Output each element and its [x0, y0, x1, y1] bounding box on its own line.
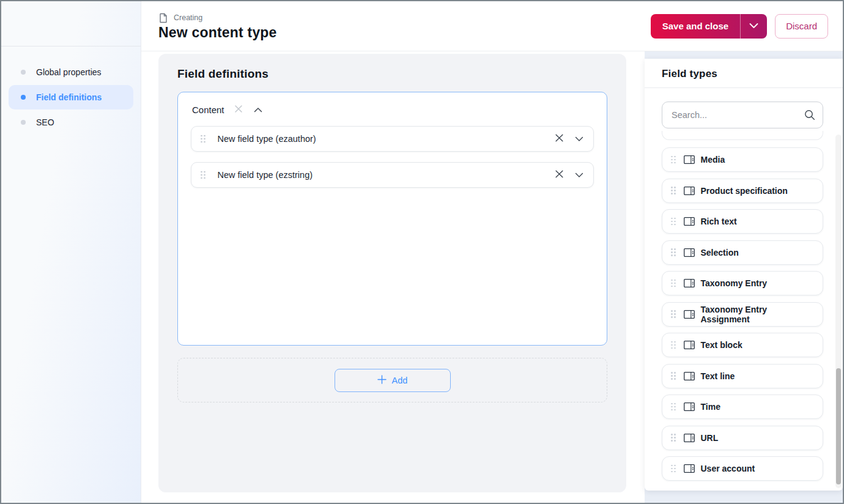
field-type-card[interactable]: Rich text [662, 209, 823, 234]
drag-handle-icon[interactable] [671, 434, 676, 442]
field-group-content: Content [177, 92, 607, 346]
field-types-body: Media Product specification [645, 88, 843, 491]
collapse-group-button[interactable] [253, 104, 264, 116]
field-type-icon [684, 402, 695, 411]
close-icon [234, 105, 243, 115]
sidebar-logo-area [1, 1, 141, 46]
chevron-down-icon [575, 135, 583, 144]
field-type-icon [684, 434, 695, 442]
field-definition-list: New field type (ezauthor) [191, 126, 594, 188]
bullet-icon [21, 70, 26, 75]
field-type-card[interactable]: Text line [662, 364, 823, 388]
add-button-label: Add [392, 376, 408, 385]
title-block: Creating New content type [158, 12, 277, 41]
field-type-card[interactable]: Selection [662, 240, 823, 265]
field-type-icon [684, 310, 695, 319]
remove-field-button[interactable] [553, 168, 565, 182]
field-definition-row[interactable]: New field type (ezauthor) [191, 126, 594, 152]
bullet-icon [21, 95, 26, 100]
drag-handle-icon[interactable] [671, 218, 676, 226]
sidebar-nav-item[interactable]: Field definitions [9, 85, 133, 109]
bullet-icon [21, 120, 26, 125]
drag-handle-icon[interactable] [671, 248, 676, 256]
field-group-label: Content [192, 105, 224, 115]
field-type-icon [684, 341, 695, 349]
drag-handle-icon[interactable] [671, 280, 676, 287]
scrollbar-track[interactable] [835, 135, 842, 488]
field-type-card[interactable]: Time [662, 395, 823, 419]
anchor-navigation: Global properties Field definitions SEO [1, 46, 141, 135]
field-type-card[interactable]: Text block [662, 333, 823, 357]
save-split-button: Save and close [651, 14, 767, 39]
expand-field-button[interactable] [574, 133, 585, 145]
field-type-label: Time [701, 402, 720, 412]
field-type-icon [684, 248, 695, 257]
drag-handle-icon[interactable] [671, 187, 676, 195]
app-window: Global properties Field definitions SEO [0, 0, 844, 504]
chevron-up-icon [254, 105, 262, 114]
field-type-card[interactable]: Media [662, 147, 823, 172]
remove-group-button[interactable] [233, 103, 244, 116]
save-options-toggle[interactable] [740, 14, 767, 39]
field-type-card[interactable]: Taxonomy Entry [662, 271, 823, 295]
drag-handle-icon[interactable] [671, 372, 676, 380]
field-definitions-panel: Field definitions Content [158, 54, 626, 492]
close-icon [555, 169, 564, 180]
field-row-actions [553, 132, 585, 146]
breadcrumb: Creating [158, 13, 277, 23]
field-type-card[interactable]: URL [662, 426, 823, 450]
save-and-close-button[interactable]: Save and close [651, 14, 740, 39]
breadcrumb-label: Creating [174, 13, 202, 22]
work-area: Field definitions Content [141, 51, 645, 503]
chevron-down-icon [575, 171, 583, 180]
add-group-dropzone: Add [177, 358, 607, 402]
field-definition-label: New field type (ezauthor) [218, 134, 554, 144]
field-type-card[interactable]: Product specification [662, 179, 823, 203]
close-icon [555, 133, 564, 144]
field-group-header: Content [191, 101, 594, 124]
field-type-label: Text line [701, 371, 735, 381]
left-sidebar: Global properties Field definitions SEO [1, 1, 141, 503]
page-title: New content type [158, 24, 277, 41]
sidebar-item-label: Field definitions [36, 92, 102, 102]
search-box [662, 102, 823, 128]
remove-field-button[interactable] [553, 132, 565, 146]
field-type-card[interactable]: Taxonomy Entry Assignment [662, 302, 823, 327]
expand-field-button[interactable] [574, 169, 585, 181]
field-types-list: Media Product specification [662, 147, 823, 481]
field-types-header: Field types [645, 59, 843, 88]
discard-button[interactable]: Discard [775, 14, 828, 39]
sidebar-nav-item[interactable]: Global properties [9, 60, 133, 84]
drag-handle-icon[interactable] [671, 310, 676, 318]
drag-handle-icon[interactable] [201, 171, 205, 179]
field-type-icon [684, 187, 695, 195]
sidebar-item-label: SEO [36, 117, 54, 127]
field-type-icon [684, 279, 695, 287]
drag-handle-icon[interactable] [671, 341, 676, 349]
content-row: Field definitions Content [141, 51, 843, 503]
field-definition-row[interactable]: New field type (ezstring) [191, 162, 594, 188]
right-column: Field types [645, 51, 843, 503]
field-type-label: User account [701, 464, 755, 473]
sidebar-item-label: Global properties [36, 67, 102, 77]
sidebar-nav-item[interactable]: SEO [9, 110, 133, 135]
field-type-icon [684, 217, 695, 226]
plus-icon [377, 375, 387, 386]
field-type-card[interactable]: User account [662, 456, 823, 481]
field-type-label: Rich text [701, 217, 737, 226]
field-type-icon [684, 155, 695, 164]
chevron-down-icon [749, 21, 758, 31]
field-type-icon [684, 464, 695, 473]
field-definition-label: New field type (ezstring) [218, 170, 554, 180]
scrollbar-thumb[interactable] [836, 368, 841, 484]
drag-handle-icon[interactable] [671, 403, 676, 411]
field-type-label: Selection [701, 248, 739, 258]
drag-handle-icon[interactable] [201, 135, 205, 143]
scrolled-type-card-partial [662, 131, 823, 140]
drag-handle-icon[interactable] [671, 465, 676, 473]
search-input[interactable] [662, 102, 823, 128]
page-header: Creating New content type Save and close… [141, 1, 843, 51]
drag-handle-icon[interactable] [671, 156, 676, 164]
document-icon [158, 13, 168, 23]
add-field-group-button[interactable]: Add [335, 369, 451, 392]
